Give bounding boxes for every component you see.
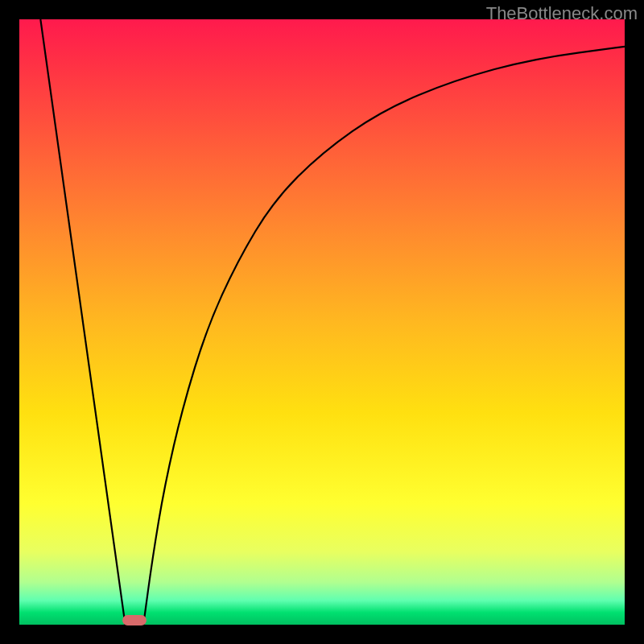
curve-svg — [19, 19, 625, 625]
bottleneck-marker — [122, 615, 147, 625]
right-curve — [143, 47, 625, 625]
plot-area — [19, 19, 625, 625]
chart-container: TheBottleneck.com — [0, 0, 644, 644]
watermark-text: TheBottleneck.com — [486, 3, 638, 24]
left-line — [40, 19, 125, 625]
